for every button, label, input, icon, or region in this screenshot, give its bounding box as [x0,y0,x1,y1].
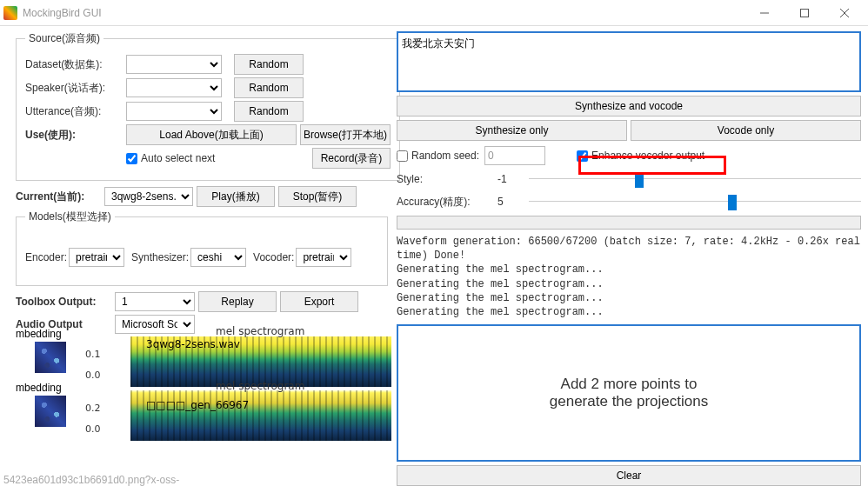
auto-select-checkbox[interactable]: Auto select next [126,152,215,164]
app-icon [3,6,17,20]
synthesizer-label: Synthesizer: [131,251,189,263]
window-title: MockingBird GUI [23,7,744,19]
spectrogram-area: mbedding 0.1 0.0 3qwg8-2sens.wav mel spe… [16,336,388,439]
axis-tick-00: 0.0 [85,369,101,381]
record-button[interactable]: Record(录音) [312,148,391,169]
toolbox-output-label: Toolbox Output: [16,296,111,308]
projection-message: Add 2 more points to generate the projec… [550,376,708,410]
embedding-image-2 [35,396,66,427]
style-label: Style: [397,173,492,185]
auto-select-label: Auto select next [141,152,215,164]
accuracy-label: Accuracy(精度): [397,195,492,210]
models-group: Models(模型选择) Encoder: pretrain Synthesiz… [16,210,388,286]
speaker-select[interactable] [126,78,222,97]
vocoder-label: Vocoder: [253,251,294,263]
log-output: Waveform generation: 66500/67200 (batch … [397,235,861,319]
embedding-label-1: mbedding [16,328,62,340]
audio-output-select[interactable]: Microsoft Sou [115,315,195,334]
stop-button[interactable]: Stop(暂停) [278,186,357,207]
vocode-only-button[interactable]: Vocode only [631,120,861,141]
browse-button[interactable]: Browse(打开本地) [300,124,391,145]
load-above-button[interactable]: Load Above(加载上面) [126,124,297,145]
dataset-random-button[interactable]: Random [234,54,304,75]
axis-tick-00b: 0.0 [85,423,101,435]
dataset-label: Dataset(数据集): [25,57,123,72]
replay-button[interactable]: Replay [198,291,277,312]
projection-placeholder: Add 2 more points to generate the projec… [397,324,861,462]
style-value: -1 [497,173,524,185]
models-legend: Models(模型选择) [25,210,115,224]
spectrogram-1-label: 3qwg8-2sens.wav [146,338,240,350]
close-button[interactable] [825,0,865,26]
maximize-button[interactable] [785,0,825,26]
svg-rect-1 [801,9,809,17]
spectrogram-2-label: □□□□_gen_66967 [146,399,249,411]
seed-value-input[interactable] [484,146,545,165]
dataset-select[interactable] [126,55,222,74]
encoder-select[interactable]: pretrain [69,248,124,267]
export-button[interactable]: Export [280,291,358,312]
synthesizer-select[interactable]: ceshi [190,248,246,267]
synthesize-only-button[interactable]: Synthesize only [397,120,627,141]
embedding-label-2: mbedding [16,382,62,394]
use-label: Use(使用): [25,128,123,143]
random-seed-label: Random seed: [411,150,479,162]
synthesize-vocode-button[interactable]: Synthesize and vocode [397,96,861,117]
spectrogram-strip-2: mel spectrogram [216,380,304,392]
spectrogram-strip-1: mel spectrogram [216,325,304,337]
toolbox-output-select[interactable]: 1 [115,292,195,311]
accuracy-value: 5 [497,196,524,208]
source-legend: Source(源音频) [25,31,103,46]
clear-button[interactable]: Clear [397,465,861,486]
minimize-button[interactable] [744,0,785,26]
progress-bar [397,216,861,230]
axis-tick-01: 0.1 [85,349,101,360]
utterance-select[interactable] [126,102,222,121]
enhance-checkbox[interactable]: Enhance vocoder output [577,150,704,162]
accuracy-slider[interactable] [529,193,861,210]
text-input[interactable] [397,31,861,92]
spectrogram-2 [130,390,391,441]
utterance-label: Utterance(音频): [25,104,123,119]
current-label: Current(当前): [16,190,101,204]
random-seed-input[interactable] [397,150,408,162]
footer-text: 5423ea601d93c1b6691d0.png?x-oss- [3,474,179,486]
auto-select-input[interactable] [126,153,137,164]
embedding-image-1 [35,342,66,373]
style-slider[interactable] [529,170,861,188]
random-seed-checkbox[interactable]: Random seed: [397,150,479,162]
vocoder-select[interactable]: pretrain [296,248,351,267]
speaker-label: Speaker(说话者): [25,81,123,96]
enhance-label: Enhance vocoder output [591,150,704,162]
encoder-label: Encoder: [25,251,67,263]
source-group: Source(源音频) Dataset(数据集): Random Speaker… [16,31,400,181]
play-button[interactable]: Play(播放) [197,186,275,207]
axis-tick-02: 0.2 [85,403,101,414]
current-select[interactable]: 3qwg8-2sens.w [104,187,193,206]
speaker-random-button[interactable]: Random [234,77,304,98]
utterance-random-button[interactable]: Random [234,101,304,122]
enhance-input[interactable] [577,150,588,162]
